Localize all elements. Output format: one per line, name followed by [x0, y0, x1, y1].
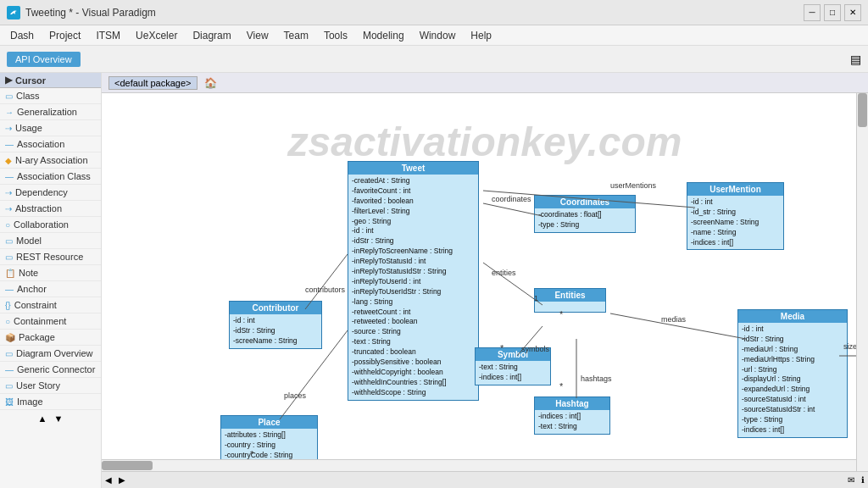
sidebar-item-label-association: Association — [17, 139, 64, 149]
canvas-header: <default package> 🏠 — [102, 73, 868, 93]
media-body: -id : int -idStr : String -mediaUrl : St… — [738, 323, 847, 437]
sidebar-item-label-package: Package — [19, 332, 55, 342]
sidebar-item-containment[interactable]: ○ Containment — [0, 313, 101, 330]
window-controls[interactable]: ─ □ ✕ — [804, 4, 861, 21]
menu-itsm[interactable]: ITSM — [89, 28, 127, 43]
menu-dash[interactable]: Dash — [3, 28, 41, 43]
sidebar-item-class[interactable]: ▭ Class — [0, 88, 101, 104]
uml-class-tweet[interactable]: Tweet -createdAt : String -favoriteCount… — [348, 161, 479, 401]
bottom-arrow-right[interactable]: ▶ — [119, 475, 125, 485]
symbol-header: Symbol — [476, 348, 550, 361]
sidebar-item-label-note: Note — [19, 268, 38, 278]
anchor-icon: — — [5, 285, 14, 294]
uml-class-symbol[interactable]: Symbol -text : String -indices : int[] — [475, 347, 551, 385]
user-mention-header: UserMention — [687, 183, 783, 196]
menu-uexceler[interactable]: UeXceler — [129, 28, 184, 43]
sidebar-item-package[interactable]: 📦 Package — [0, 330, 101, 346]
contributor-body: -id : int -idStr : String -screeName : S… — [230, 314, 321, 348]
app-icon — [7, 6, 20, 19]
minimize-button[interactable]: ─ — [804, 4, 821, 21]
menu-project[interactable]: Project — [42, 28, 87, 43]
svg-line-19 — [610, 313, 746, 339]
sidebar-item-generic-connector[interactable]: — Generic Connector — [0, 362, 101, 378]
close-button[interactable]: ✕ — [844, 4, 861, 21]
generalization-icon: → — [5, 108, 14, 117]
toolbar-icon-right[interactable]: ▤ — [850, 53, 861, 66]
sidebar: ▶ Cursor ▭ Class → Generalization ⇢ Usag… — [0, 73, 102, 488]
sidebar-cursor-section: ▶ Cursor — [0, 73, 101, 88]
menu-diagram[interactable]: Diagram — [186, 28, 237, 43]
svg-text:entities: entities — [492, 269, 516, 277]
sidebar-item-constraint[interactable]: {} Constraint — [0, 297, 101, 313]
constraint-icon: {} — [5, 301, 11, 310]
sidebar-down-icon[interactable]: ▼ — [54, 413, 64, 424]
svg-text:hashtags: hashtags — [581, 374, 612, 383]
menu-help[interactable]: Help — [464, 28, 498, 43]
bottom-arrow-left[interactable]: ◀ — [105, 475, 112, 485]
tweet-body: -createdAt : String -favoriteCount : int… — [348, 175, 478, 400]
sidebar-item-abstraction[interactable]: ⇢ Abstraction — [0, 201, 101, 217]
menu-bar: Dash Project ITSM UeXceler Diagram View … — [0, 25, 868, 46]
sidebar-item-model[interactable]: ▭ Model — [0, 233, 101, 249]
package-icon: 📦 — [5, 333, 15, 342]
toolbar: API Overview ▤ — [0, 46, 868, 73]
sidebar-item-rest-resource[interactable]: ▭ REST Resource — [0, 249, 101, 265]
vertical-scrollbar[interactable] — [856, 93, 868, 471]
sidebar-item-label-class: Class — [16, 91, 40, 101]
main-layout: ▶ Cursor ▭ Class → Generalization ⇢ Usag… — [0, 73, 868, 488]
sidebar-item-label-rest: REST Resource — [16, 252, 83, 262]
rest-resource-icon: ▭ — [5, 252, 13, 262]
maximize-button[interactable]: □ — [824, 4, 841, 21]
abstraction-icon: ⇢ — [5, 204, 12, 214]
horizontal-scroll-thumb[interactable] — [102, 461, 153, 470]
sidebar-item-label-generalization: Generalization — [17, 107, 77, 117]
uml-class-entities[interactable]: Entities — [534, 288, 606, 313]
sidebar-item-collaboration[interactable]: ○ Collaboration — [0, 217, 101, 233]
canvas-content[interactable]: zsactivationkey.com coordinates entities… — [102, 93, 868, 488]
hashtag-body: -indices : int[] -text : String — [535, 410, 609, 434]
menu-modeling[interactable]: Modeling — [356, 28, 411, 43]
title-bar-left: Tweeting * - Visual Paradigm — [7, 6, 156, 19]
sidebar-item-label-nary: N-ary Association — [15, 155, 88, 165]
sidebar-item-label-model: Model — [16, 236, 42, 246]
svg-text:medias: medias — [661, 315, 687, 324]
contributor-header: Contributor — [230, 302, 321, 314]
sidebar-item-label-collaboration: Collaboration — [14, 219, 69, 230]
association-class-icon: — — [5, 172, 14, 181]
uml-class-coordinates[interactable]: Coordinates -coordinates : float[] -type… — [534, 195, 636, 233]
menu-tools[interactable]: Tools — [317, 28, 354, 43]
menu-view[interactable]: View — [240, 28, 275, 43]
vertical-scroll-thumb[interactable] — [858, 93, 867, 127]
uml-class-contributor[interactable]: Contributor -id : int -idStr : String -s… — [229, 301, 322, 349]
canvas-area[interactable]: <default package> 🏠 zsactivationkey.com … — [102, 73, 868, 488]
sidebar-item-label-abstraction: Abstraction — [15, 203, 62, 214]
sidebar-up-icon[interactable]: ▲ — [38, 413, 47, 424]
info-icon[interactable]: ℹ — [861, 475, 865, 485]
sidebar-item-nary-association[interactable]: ◆ N-ary Association — [0, 152, 101, 169]
svg-text:coordinates: coordinates — [492, 195, 531, 203]
sidebar-item-dependency[interactable]: ⇢ Dependency — [0, 185, 101, 201]
api-overview-button[interactable]: API Overview — [7, 52, 81, 67]
sidebar-item-association-class[interactable]: — Association Class — [0, 169, 101, 185]
uml-class-media[interactable]: Media -id : int -idStr : String -mediaUr… — [737, 309, 848, 438]
sidebar-item-usage[interactable]: ⇢ Usage — [0, 120, 101, 136]
sidebar-item-user-story[interactable]: ▭ User Story — [0, 378, 101, 394]
menu-window[interactable]: Window — [413, 28, 463, 43]
coordinates-body: -coordinates : float[] -type : String — [535, 208, 635, 232]
mail-icon[interactable]: ✉ — [848, 475, 854, 485]
uml-class-user-mention[interactable]: UserMention -id : int -id_str : String -… — [687, 182, 784, 250]
sidebar-item-association[interactable]: — Association — [0, 136, 101, 152]
entities-header: Entities — [535, 289, 605, 302]
sidebar-item-diagram-overview[interactable]: ▭ Diagram Overview — [0, 346, 101, 362]
sidebar-item-anchor[interactable]: — Anchor — [0, 281, 101, 297]
svg-text:contributors: contributors — [305, 286, 346, 294]
title-bar: Tweeting * - Visual Paradigm ─ □ ✕ — [0, 0, 868, 25]
generic-connector-icon: — — [5, 365, 14, 374]
uml-class-hashtag[interactable]: Hashtag -indices : int[] -text : String — [534, 396, 610, 435]
sidebar-item-note[interactable]: 📋 Note — [0, 265, 101, 281]
sidebar-item-image[interactable]: 🖼 Image — [0, 394, 101, 410]
horizontal-scrollbar[interactable] — [102, 459, 856, 471]
sidebar-item-generalization[interactable]: → Generalization — [0, 104, 101, 120]
menu-team[interactable]: Team — [277, 28, 315, 43]
association-icon: — — [5, 140, 14, 149]
